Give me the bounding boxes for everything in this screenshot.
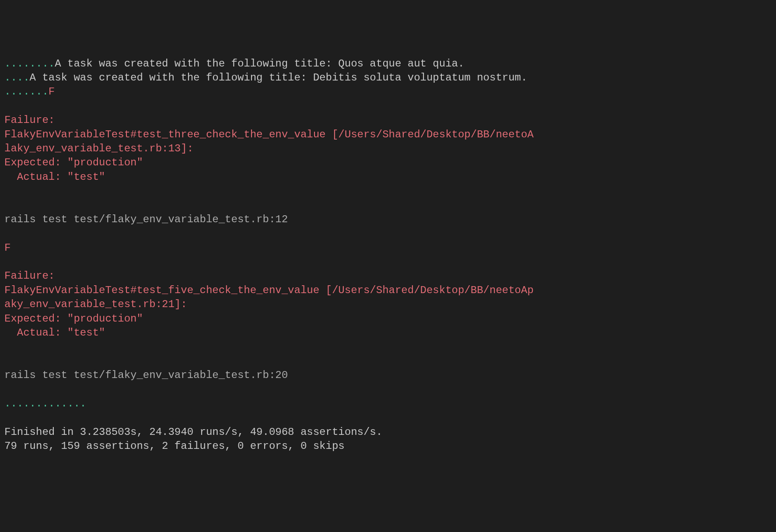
failure-test-1: FlakyEnvVariableTest#test_three_check_th… (4, 129, 534, 140)
task-message-1: A task was created with the following ti… (55, 58, 464, 70)
progress-dots: ....... (4, 86, 49, 98)
failure-expected-2: Expected: "production" (4, 313, 143, 325)
failure-marker-2: F (4, 242, 10, 254)
terminal-output: ........A task was created with the foll… (0, 57, 776, 454)
task-message-2: A task was created with the following ti… (30, 72, 528, 84)
rails-test-command-2: rails test test/flaky_env_variable_test.… (4, 369, 288, 381)
rails-test-command-1: rails test test/flaky_env_variable_test.… (4, 214, 288, 225)
failure-marker: F (49, 86, 55, 98)
failure-actual-1: Actual: "test" (4, 171, 105, 183)
progress-dots-final: ............. (4, 398, 86, 410)
finished-timing: Finished in 3.238503s, 24.3940 runs/s, 4… (4, 426, 382, 438)
failure-test-2: FlakyEnvVariableTest#test_five_check_the… (4, 284, 534, 296)
failure-file-2: aky_env_variable_test.rb:21]: (4, 298, 187, 310)
progress-dots: ........ (4, 58, 55, 70)
failure-file-1: laky_env_variable_test.rb:13]: (4, 143, 193, 154)
failure-actual-2: Actual: "test" (4, 327, 105, 339)
failure-expected-1: Expected: "production" (4, 157, 143, 168)
failure-header-2: Failure: (4, 270, 55, 282)
failure-header-1: Failure: (4, 114, 55, 126)
test-summary: 79 runs, 159 assertions, 2 failures, 0 e… (4, 440, 345, 452)
progress-dots: .... (4, 72, 30, 84)
